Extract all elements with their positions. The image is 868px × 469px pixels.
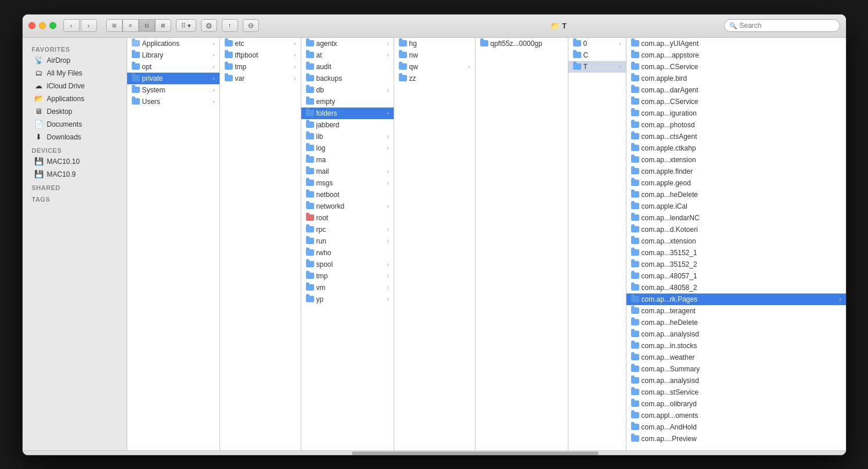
sidebar-item-all-my-files[interactable]: 🗂 All My Files (25, 67, 124, 80)
list-item[interactable]: com.ap...d.Kotoeri (626, 224, 846, 235)
list-item[interactable]: rwho (301, 247, 394, 259)
list-item[interactable]: var› (220, 73, 301, 84)
list-item[interactable]: yp› (301, 293, 394, 305)
scrollbar-thumb[interactable] (352, 452, 599, 455)
share-button[interactable]: ↑ (222, 19, 238, 32)
search-input[interactable] (740, 22, 835, 30)
list-item[interactable]: com.ap...analysisd (626, 375, 846, 386)
list-item[interactable]: vm› (301, 282, 394, 293)
list-item[interactable]: mail› (301, 166, 394, 177)
list-item[interactable]: com.ap...ctsAgent (626, 131, 846, 142)
list-item[interactable]: com.ap....appstore (626, 49, 846, 61)
list-item[interactable]: folders› (301, 108, 394, 119)
arrange-button[interactable]: ⠿ ▾ (176, 19, 196, 32)
list-item[interactable]: tmp› (220, 61, 301, 73)
list-item[interactable]: networkd› (301, 201, 394, 212)
sidebar-item-airdrop[interactable]: 📡 AirDrop (25, 54, 124, 67)
list-item[interactable]: com.ap...xtension (626, 235, 846, 247)
list-item[interactable]: com.ap...AndHold (626, 421, 846, 433)
list-item[interactable]: com.apple.geod (626, 177, 846, 189)
list-item[interactable]: empty (301, 96, 394, 108)
sidebar-item-downloads[interactable]: ⬇ Downloads (25, 131, 124, 144)
list-item[interactable]: com.apple.bird (626, 73, 846, 84)
list-item[interactable]: tftpboot› (220, 49, 301, 61)
list-item[interactable]: log› (301, 142, 394, 154)
sidebar-item-desktop[interactable]: 🖥 Desktop (25, 105, 124, 118)
cover-view-button[interactable]: ⊠ (155, 19, 171, 32)
list-item[interactable]: com.ap...in.stocks (626, 340, 846, 352)
tag-button[interactable]: ⊖ (243, 19, 259, 32)
list-item[interactable]: audit (301, 61, 394, 73)
list-item[interactable]: db› (301, 84, 394, 96)
list-item[interactable]: hg (394, 38, 475, 49)
list-item[interactable]: com.apple.iCal (626, 201, 846, 212)
list-item[interactable]: com.ap...iguration (626, 108, 846, 119)
list-item[interactable]: com.ap...stService (626, 386, 846, 398)
forward-button[interactable]: › (81, 19, 97, 32)
list-item[interactable]: nw (394, 49, 475, 61)
list-item[interactable]: com.ap...heDelete (626, 317, 846, 328)
list-item[interactable]: com.ap...CService (626, 96, 846, 108)
list-item[interactable]: tmp› (301, 270, 394, 282)
close-button[interactable] (28, 22, 35, 29)
list-item[interactable]: Users› (127, 96, 219, 108)
sidebar-item-mac109[interactable]: 💾 MAC10.9 (25, 168, 124, 181)
list-item[interactable]: Library› (127, 49, 219, 61)
list-item[interactable]: rpc› (301, 224, 394, 235)
list-item[interactable]: 0› (568, 38, 626, 49)
list-item[interactable]: com.ap...photosd (626, 119, 846, 131)
bottom-scrollbar[interactable] (23, 450, 846, 455)
list-item[interactable]: com.ap...olibraryd (626, 398, 846, 410)
column-view-button[interactable]: ⊟ (139, 19, 155, 32)
list-item[interactable]: at› (301, 49, 394, 61)
list-item[interactable]: T› (568, 61, 626, 73)
list-item[interactable]: Applications› (127, 38, 219, 49)
list-item[interactable]: backups (301, 73, 394, 84)
list-item[interactable]: com.ap...yUIAgent (626, 38, 846, 49)
list-item[interactable]: com.ap...weather (626, 352, 846, 363)
list-item[interactable]: com.appl...oments (626, 410, 846, 421)
search-box[interactable]: 🔍 (724, 19, 840, 32)
back-button[interactable]: ‹ (63, 19, 80, 32)
list-item[interactable]: opt› (127, 61, 219, 73)
sidebar-item-applications[interactable]: 📂 Applications (25, 92, 124, 105)
list-item[interactable]: com.ap...CService (626, 61, 846, 73)
list-item[interactable]: msgs› (301, 177, 394, 189)
list-item[interactable]: com.ap...35152_2 (626, 259, 846, 270)
list-item[interactable]: com.ap...lendarNC (626, 212, 846, 224)
list-item[interactable]: agentx› (301, 38, 394, 49)
list-item[interactable]: com.ap...Summary (626, 363, 846, 375)
list-item[interactable]: private› (127, 73, 219, 84)
sidebar-item-icloud[interactable]: ☁ iCloud Drive (25, 80, 124, 92)
list-item[interactable]: run› (301, 235, 394, 247)
list-item[interactable]: com.ap...48057_1 (626, 270, 846, 282)
list-view-button[interactable]: ≡ (123, 19, 139, 32)
list-item[interactable]: etc› (220, 38, 301, 49)
list-item[interactable]: lib› (301, 131, 394, 142)
list-item[interactable]: com.ap...heDelete (626, 189, 846, 201)
list-item[interactable]: com.ap...xtension (626, 154, 846, 166)
minimize-button[interactable] (39, 22, 46, 29)
list-item[interactable]: ma (301, 154, 394, 166)
list-item[interactable]: qw› (394, 61, 475, 73)
list-item[interactable]: zz (394, 73, 475, 84)
list-item[interactable]: com.ap...analysisd (626, 328, 846, 340)
list-item[interactable]: com.ap...35152_1 (626, 247, 846, 259)
list-item[interactable]: com.ap....Preview (626, 433, 846, 445)
sidebar-item-mac1010[interactable]: 💾 MAC10.10 (25, 155, 124, 168)
maximize-button[interactable] (49, 22, 56, 29)
list-item[interactable]: qpft55z...0000gp (476, 38, 568, 49)
list-item[interactable]: com.apple.ctkahp (626, 142, 846, 154)
list-item[interactable]: com.ap...darAgent (626, 84, 846, 96)
list-item[interactable]: netboot (301, 189, 394, 201)
list-item[interactable]: com.ap...48058_2 (626, 282, 846, 293)
sidebar-item-documents[interactable]: 📄 Documents (25, 118, 124, 131)
list-item[interactable]: jabberd (301, 119, 394, 131)
list-item[interactable]: C (568, 49, 626, 61)
icon-view-button[interactable]: ⊞ (106, 19, 123, 32)
list-item[interactable]: com.ap...teragent (626, 305, 846, 317)
list-item[interactable]: System› (127, 84, 219, 96)
list-item[interactable]: com.ap...rk.Pages› (626, 293, 846, 305)
list-item[interactable]: spool› (301, 259, 394, 270)
list-item[interactable]: com.apple.finder (626, 166, 846, 177)
